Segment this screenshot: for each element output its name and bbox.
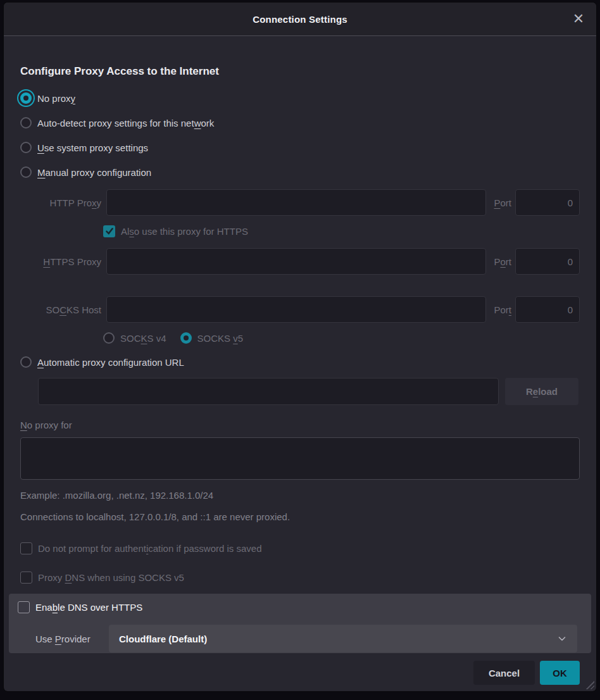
radio-manual-proxy-label[interactable]: Manual proxy configuration	[37, 167, 151, 178]
dialog-content: Configure Proxy Access to the Internet N…	[4, 36, 596, 585]
dialog-footer: Cancel OK	[4, 661, 580, 685]
doh-provider-value: Cloudflare (Default)	[119, 634, 557, 644]
no-auth-prompt-label[interactable]: Do not prompt for authentication if pass…	[38, 543, 262, 554]
also-https-row[interactable]: Also use this proxy for HTTPS	[103, 223, 580, 239]
socks-host-input[interactable]	[106, 296, 486, 323]
radio-system-proxy-label[interactable]: Use system proxy settings	[37, 142, 148, 153]
http-proxy-input[interactable]	[106, 189, 486, 216]
doh-section: Enable DNS over HTTPS Use Provider Cloud…	[9, 594, 591, 653]
no-proxy-for-label-row: No proxy for	[20, 417, 580, 432]
https-proxy-label: HTTPS Proxy	[20, 256, 101, 267]
auto-config-url-input[interactable]	[38, 378, 499, 405]
radio-no-proxy[interactable]	[20, 92, 32, 104]
proxy-dns-checkbox[interactable]	[20, 572, 32, 584]
https-proxy-row: HTTPS Proxy Port	[20, 248, 580, 275]
doh-provider-select[interactable]: Cloudflare (Default)	[109, 625, 577, 653]
doh-provider-label: Use Provider	[35, 634, 109, 644]
https-port-label: Port	[494, 256, 511, 267]
socks-port-input[interactable]	[515, 296, 580, 323]
radio-auto-detect[interactable]	[20, 117, 32, 128]
http-port-label: Port	[494, 197, 511, 208]
resize-grip[interactable]	[585, 680, 594, 689]
radio-socks-v4[interactable]	[103, 332, 115, 344]
enable-doh-row[interactable]: Enable DNS over HTTPS	[18, 599, 577, 615]
dialog-title: Connection Settings	[253, 14, 347, 25]
reload-button[interactable]: Reload	[505, 378, 578, 405]
also-https-checkbox[interactable]	[103, 225, 115, 237]
http-proxy-row: HTTP Proxy Port	[20, 189, 580, 216]
proxy-mode-no-proxy[interactable]: No proxy	[20, 91, 580, 106]
chevron-down-icon	[557, 634, 567, 644]
close-button[interactable]: ✕	[570, 10, 587, 28]
proxy-dns-row[interactable]: Proxy DNS when using SOCKS v5	[20, 570, 580, 585]
https-port-input[interactable]	[515, 248, 580, 275]
cancel-button[interactable]: Cancel	[473, 661, 535, 685]
radio-system-proxy[interactable]	[20, 142, 32, 153]
https-proxy-input[interactable]	[106, 248, 486, 275]
enable-doh-label[interactable]: Enable DNS over HTTPS	[35, 602, 142, 613]
also-https-label[interactable]: Also use this proxy for HTTPS	[121, 226, 248, 237]
radio-auto-detect-label[interactable]: Auto-detect proxy settings for this netw…	[37, 118, 214, 128]
proxy-dns-label[interactable]: Proxy DNS when using SOCKS v5	[38, 572, 184, 583]
checkmark-icon	[104, 226, 115, 236]
no-proxy-for-textarea[interactable]	[20, 437, 580, 480]
socks-host-row: SOCKS Host Port	[20, 296, 580, 323]
no-auth-prompt-checkbox[interactable]	[20, 542, 32, 554]
radio-auto-config-url[interactable]	[20, 356, 32, 368]
radio-socks-v5[interactable]	[180, 332, 192, 344]
proxy-mode-manual[interactable]: Manual proxy configuration	[20, 165, 580, 180]
http-port-input[interactable]	[515, 189, 580, 216]
example-text: Example: .mozilla.org, .net.nz, 192.168.…	[20, 488, 580, 503]
dialog-titlebar: Connection Settings ✕	[4, 3, 596, 36]
localhost-note: Connections to localhost, 127.0.0.1/8, a…	[20, 509, 580, 525]
page-title: Configure Proxy Access to the Internet	[20, 64, 580, 79]
enable-doh-checkbox[interactable]	[18, 601, 30, 613]
no-auth-prompt-row[interactable]: Do not prompt for authentication if pass…	[20, 541, 580, 556]
doh-provider-row: Use Provider Cloudflare (Default)	[18, 625, 577, 653]
http-proxy-label: HTTP Proxy	[20, 197, 101, 208]
proxy-mode-system[interactable]: Use system proxy settings	[20, 140, 580, 155]
radio-manual-proxy[interactable]	[20, 166, 32, 178]
socks-host-label: SOCKS Host	[20, 304, 101, 315]
close-icon: ✕	[573, 12, 584, 26]
connection-settings-dialog: Connection Settings ✕ Configure Proxy Ac…	[4, 3, 596, 691]
radio-auto-config-url-label[interactable]: Automatic proxy configuration URL	[37, 357, 184, 368]
proxy-mode-auto-detect[interactable]: Auto-detect proxy settings for this netw…	[20, 115, 580, 130]
no-proxy-for-label: No proxy for	[20, 420, 72, 430]
radio-no-proxy-label[interactable]: No proxy	[37, 93, 75, 104]
proxy-mode-auto-url[interactable]: Automatic proxy configuration URL	[20, 354, 580, 370]
ok-button[interactable]: OK	[540, 661, 580, 685]
socks-version-row: SOCKS v4 SOCKS v5	[103, 330, 580, 346]
socks-port-label: Port	[494, 304, 511, 315]
auto-config-url-row: Reload	[20, 378, 580, 405]
radio-socks-v4-label[interactable]: SOCKS v4	[120, 333, 166, 344]
radio-socks-v5-label[interactable]: SOCKS v5	[197, 333, 244, 344]
